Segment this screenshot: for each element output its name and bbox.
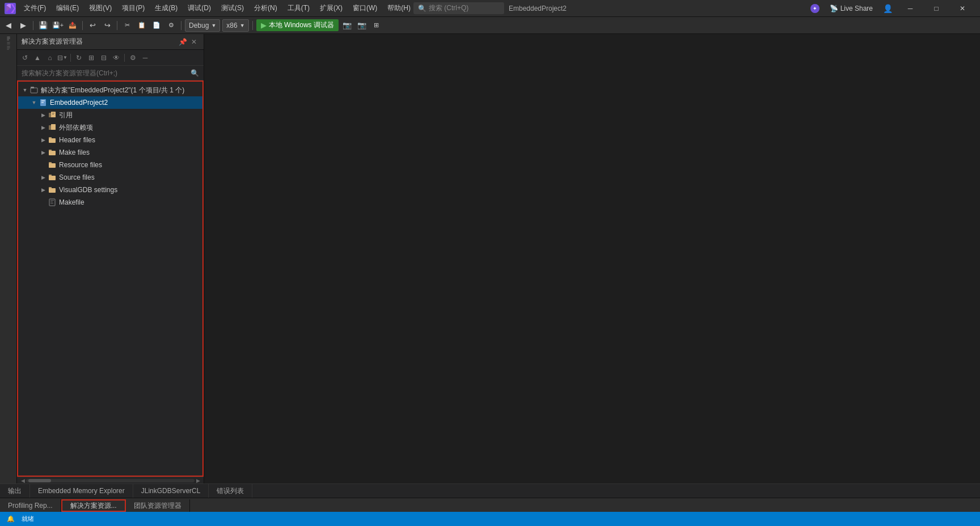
title-bar-left: 文件(F) 编辑(E) 视图(V) 项目(P) 生成(B) 调试(D) 测试(S… xyxy=(5,2,415,14)
toolbar-publish-btn[interactable]: 📤 xyxy=(66,19,79,32)
se-sep-1 xyxy=(70,54,71,62)
svg-rect-23 xyxy=(49,138,56,143)
make-files-chevron: ▶ xyxy=(39,148,48,157)
menu-help[interactable]: 帮助(H) xyxy=(383,2,415,14)
menu-debug[interactable]: 调试(D) xyxy=(183,2,216,14)
toolbar-forward-btn[interactable]: ▶ xyxy=(17,19,29,32)
header-files-chevron: ▶ xyxy=(39,135,48,145)
se-view-dropdown[interactable]: 👁 xyxy=(111,52,122,63)
close-panel-button[interactable]: ✕ xyxy=(189,37,199,47)
source-files-chevron: ▶ xyxy=(39,173,48,182)
toolbar-sep-1 xyxy=(33,21,33,30)
play-icon: ▶ xyxy=(261,21,267,29)
toolbar-debug-extra1[interactable]: 📷 xyxy=(341,19,353,32)
menu-edit[interactable]: 编辑(E) xyxy=(52,2,83,14)
tree-container[interactable]: ▼ 解决方案"EmbeddedProject2"(1 个项目/共 1 个) ▼ xyxy=(17,80,204,477)
tree-item-make-files[interactable]: ▶ Make files xyxy=(18,146,202,159)
output-tab-output[interactable]: 输出 xyxy=(0,484,30,498)
toolbar-cut-btn[interactable]: ✂ xyxy=(121,19,133,32)
tree-item-solution[interactable]: ▼ 解决方案"EmbeddedProject2"(1 个项目/共 1 个) xyxy=(18,84,202,96)
bottom-tab-profiling[interactable]: Profiling Rep... xyxy=(0,499,61,512)
output-tab-embedded-memory[interactable]: Embedded Memory Explorer xyxy=(30,484,133,498)
se-sync-btn[interactable]: ↺ xyxy=(19,52,31,63)
account-icon[interactable]: 👤 xyxy=(883,4,893,13)
se-up-btn[interactable]: ▲ xyxy=(32,52,43,63)
toolbar-save-btn[interactable]: 💾 xyxy=(37,19,49,32)
se-home-btn[interactable]: ⌂ xyxy=(44,52,56,63)
se-filter-dropdown[interactable]: ⊟▼ xyxy=(57,52,68,63)
close-button[interactable]: ✕ xyxy=(949,0,975,17)
status-bell-icon: 🔔 xyxy=(5,515,17,523)
svg-rect-15 xyxy=(41,100,45,101)
tree-item-header-files[interactable]: ▶ Header files xyxy=(18,134,202,146)
h-scroll-thumb[interactable] xyxy=(28,479,51,482)
toolbar-debug-extra3[interactable]: ⊞ xyxy=(370,19,383,32)
bottom-tab-team-explorer[interactable]: 团队资源管理器 xyxy=(126,499,190,512)
toolbar-save-all-btn[interactable]: 💾+ xyxy=(52,19,64,32)
debug-target-label: 本地 Windows 调试器 xyxy=(269,20,334,30)
se-search-icon[interactable]: 🔍 xyxy=(191,69,199,77)
output-tab-jlink[interactable]: JLinkGDBServerCL xyxy=(133,484,209,498)
tree-item-resource-files[interactable]: Resource files xyxy=(18,159,202,171)
solution-label: 解决方案"EmbeddedProject2"(1 个项目/共 1 个) xyxy=(41,86,184,95)
tree-item-refs[interactable]: ▶ 引用 xyxy=(18,109,202,121)
output-tab-error-list[interactable]: 错误列表 xyxy=(209,484,252,498)
h-scrollbar[interactable]: ◀ ▶ xyxy=(17,477,204,483)
menu-view[interactable]: 视图(V) xyxy=(85,2,116,14)
debug-mode-dropdown[interactable]: Debug ▼ xyxy=(185,19,220,32)
global-search-box[interactable]: 🔍 搜索 (Ctrl+Q) xyxy=(413,2,504,14)
menu-build[interactable]: 生成(B) xyxy=(150,2,182,14)
menu-tools[interactable]: 工具(T) xyxy=(283,2,314,14)
tree-item-project[interactable]: ▼ EmbeddedProject2 xyxy=(18,96,202,109)
h-scroll-track[interactable] xyxy=(26,479,195,482)
toolbar-paste-btn[interactable]: 📄 xyxy=(150,19,163,32)
scroll-left-btn[interactable]: ◀ xyxy=(19,477,26,484)
maximize-button[interactable]: □ xyxy=(923,0,949,17)
debug-mode-chevron: ▼ xyxy=(211,23,216,28)
menu-extensions[interactable]: 扩展(X) xyxy=(315,2,347,14)
toolbar-undo-btn[interactable]: ↩ xyxy=(86,19,99,32)
solution-chevron: ▼ xyxy=(20,86,29,95)
menu-bar: 文件(F) 编辑(E) 视图(V) 项目(P) 生成(B) 调试(D) 测试(S… xyxy=(19,2,415,14)
se-expand-btn[interactable]: ⊞ xyxy=(86,52,97,63)
resource-files-folder-icon xyxy=(48,160,57,169)
project-icon xyxy=(39,98,48,107)
svg-rect-20 xyxy=(52,114,54,114)
menu-file[interactable]: 文件(F) xyxy=(19,2,50,14)
content-area xyxy=(204,34,980,483)
toolbar-copy-btn[interactable]: 📋 xyxy=(136,19,148,32)
se-search-input[interactable] xyxy=(22,69,191,77)
tree-item-source-files[interactable]: ▶ Source files xyxy=(18,171,202,184)
tree-item-ext-deps[interactable]: ▶ 外部依赖项 xyxy=(18,121,202,134)
svg-rect-28 xyxy=(49,162,52,164)
title-bar-right: ✦ 📡 Live Share 👤 ─ □ ✕ xyxy=(810,0,975,17)
menu-window[interactable]: 窗口(W) xyxy=(348,2,382,14)
toolbar-settings-btn[interactable]: ⚙ xyxy=(165,19,178,32)
se-search-bar: 🔍 xyxy=(17,66,204,80)
se-properties-btn[interactable]: ⚙ xyxy=(127,52,138,63)
se-minus-btn[interactable]: ─ xyxy=(140,52,151,63)
se-collapse-btn[interactable]: ⊟ xyxy=(98,52,109,63)
pin-button[interactable]: 📌 xyxy=(178,37,188,47)
toolbar-debug-extra2[interactable]: 📷 xyxy=(356,19,368,32)
se-refresh-btn[interactable]: ↻ xyxy=(73,52,85,63)
toolbar-redo-btn[interactable]: ↪ xyxy=(101,19,113,32)
tree-item-makefile[interactable]: Makefile xyxy=(18,196,202,209)
tree-item-visualgdb[interactable]: ▶ VisualGDB settings xyxy=(18,184,202,196)
menu-analyze[interactable]: 分析(N) xyxy=(250,2,282,14)
toolbar-back-btn[interactable]: ◀ xyxy=(2,19,15,32)
scroll-right-btn[interactable]: ▶ xyxy=(195,477,201,484)
start-debug-button[interactable]: ▶ 本地 Windows 调试器 xyxy=(256,19,339,31)
platform-dropdown[interactable]: x86 ▼ xyxy=(222,19,248,32)
source-files-folder-icon xyxy=(48,173,57,182)
svg-marker-1 xyxy=(11,4,15,13)
menu-project[interactable]: 项目(P) xyxy=(117,2,149,14)
menu-test[interactable]: 测试(S) xyxy=(217,2,248,14)
svg-rect-13 xyxy=(31,87,34,88)
project-chevron: ▼ xyxy=(29,98,39,107)
minimize-button[interactable]: ─ xyxy=(897,0,923,17)
svg-rect-9 xyxy=(7,46,10,46)
activity-icon-1[interactable] xyxy=(1,36,16,51)
live-share-button[interactable]: 📡 Live Share xyxy=(824,3,878,14)
bottom-tab-solution-explorer[interactable]: 解决方案资源... xyxy=(61,499,126,512)
